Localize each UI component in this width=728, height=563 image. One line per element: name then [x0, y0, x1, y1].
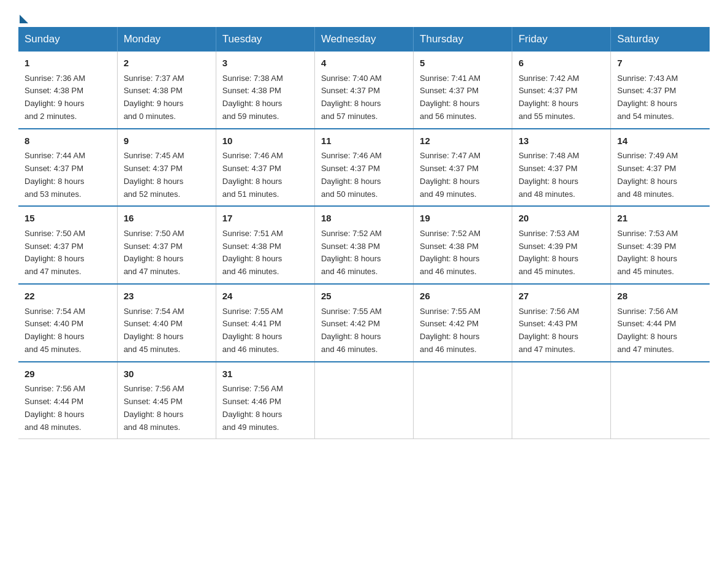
calendar-week-5: 29Sunrise: 7:56 AMSunset: 4:44 PMDayligh… — [18, 362, 710, 439]
day-number: 28 — [617, 289, 703, 304]
logo — [18, 12, 28, 21]
calendar-week-1: 1Sunrise: 7:36 AMSunset: 4:38 PMDaylight… — [18, 52, 710, 129]
calendar-day-cell: 2Sunrise: 7:37 AMSunset: 4:38 PMDaylight… — [117, 52, 216, 129]
day-number: 29 — [25, 367, 111, 381]
day-number: 8 — [25, 134, 111, 148]
day-number: 5 — [420, 56, 506, 71]
calendar-day-cell: 31Sunrise: 7:56 AMSunset: 4:46 PMDayligh… — [216, 362, 314, 439]
day-number: 11 — [321, 134, 407, 148]
weekday-header-thursday: Thursday — [414, 27, 512, 52]
day-info: Sunrise: 7:45 AMSunset: 4:37 PMDaylight:… — [124, 151, 184, 198]
day-info: Sunrise: 7:40 AMSunset: 4:37 PMDaylight:… — [321, 74, 382, 121]
calendar-day-cell: 18Sunrise: 7:52 AMSunset: 4:38 PMDayligh… — [314, 206, 413, 284]
calendar-day-cell: 10Sunrise: 7:46 AMSunset: 4:37 PMDayligh… — [216, 129, 314, 207]
calendar-day-cell: 8Sunrise: 7:44 AMSunset: 4:37 PMDaylight… — [18, 129, 117, 207]
day-info: Sunrise: 7:38 AMSunset: 4:38 PMDaylight:… — [222, 74, 283, 121]
calendar-day-cell: 25Sunrise: 7:55 AMSunset: 4:42 PMDayligh… — [314, 284, 413, 362]
day-info: Sunrise: 7:46 AMSunset: 4:37 PMDaylight:… — [222, 151, 283, 198]
day-number: 22 — [25, 289, 111, 304]
calendar-day-cell — [414, 362, 512, 439]
day-number: 14 — [617, 134, 703, 148]
weekday-header-sunday: Sunday — [18, 27, 117, 52]
day-info: Sunrise: 7:53 AMSunset: 4:39 PMDaylight:… — [518, 229, 579, 276]
day-info: Sunrise: 7:41 AMSunset: 4:37 PMDaylight:… — [420, 74, 480, 121]
calendar-day-cell — [314, 362, 413, 439]
day-info: Sunrise: 7:55 AMSunset: 4:42 PMDaylight:… — [420, 307, 480, 354]
day-info: Sunrise: 7:53 AMSunset: 4:39 PMDaylight:… — [617, 229, 678, 276]
day-number: 6 — [518, 56, 604, 71]
calendar-day-cell: 15Sunrise: 7:50 AMSunset: 4:37 PMDayligh… — [18, 206, 117, 284]
day-info: Sunrise: 7:56 AMSunset: 4:46 PMDaylight:… — [222, 384, 283, 431]
calendar-day-cell: 24Sunrise: 7:55 AMSunset: 4:41 PMDayligh… — [216, 284, 314, 362]
day-info: Sunrise: 7:50 AMSunset: 4:37 PMDaylight:… — [25, 229, 85, 276]
calendar-week-3: 15Sunrise: 7:50 AMSunset: 4:37 PMDayligh… — [18, 206, 710, 284]
day-number: 10 — [222, 134, 308, 148]
weekday-header-wednesday: Wednesday — [314, 27, 413, 52]
calendar-day-cell: 26Sunrise: 7:55 AMSunset: 4:42 PMDayligh… — [414, 284, 512, 362]
day-number: 27 — [518, 289, 604, 304]
day-info: Sunrise: 7:52 AMSunset: 4:38 PMDaylight:… — [420, 229, 480, 276]
calendar-day-cell: 21Sunrise: 7:53 AMSunset: 4:39 PMDayligh… — [611, 206, 710, 284]
day-number: 24 — [222, 289, 308, 304]
weekday-header-saturday: Saturday — [611, 27, 710, 52]
calendar-day-cell: 19Sunrise: 7:52 AMSunset: 4:38 PMDayligh… — [414, 206, 512, 284]
day-number: 16 — [124, 212, 210, 226]
day-info: Sunrise: 7:56 AMSunset: 4:43 PMDaylight:… — [518, 307, 579, 354]
calendar-header: SundayMondayTuesdayWednesdayThursdayFrid… — [18, 27, 710, 52]
day-number: 15 — [25, 212, 111, 226]
day-number: 25 — [321, 289, 407, 304]
day-info: Sunrise: 7:54 AMSunset: 4:40 PMDaylight:… — [124, 307, 184, 354]
day-number: 26 — [420, 289, 506, 304]
day-info: Sunrise: 7:43 AMSunset: 4:37 PMDaylight:… — [617, 74, 678, 121]
day-number: 4 — [321, 56, 407, 71]
calendar-day-cell — [611, 362, 710, 439]
day-number: 1 — [25, 56, 111, 71]
calendar-day-cell: 12Sunrise: 7:47 AMSunset: 4:37 PMDayligh… — [414, 129, 512, 207]
day-info: Sunrise: 7:37 AMSunset: 4:38 PMDaylight:… — [124, 74, 184, 121]
weekday-header-friday: Friday — [512, 27, 611, 52]
day-number: 21 — [617, 212, 703, 226]
calendar-day-cell: 6Sunrise: 7:42 AMSunset: 4:37 PMDaylight… — [512, 52, 611, 129]
day-info: Sunrise: 7:42 AMSunset: 4:37 PMDaylight:… — [518, 74, 579, 121]
calendar-day-cell: 7Sunrise: 7:43 AMSunset: 4:37 PMDaylight… — [611, 52, 710, 129]
calendar-day-cell: 5Sunrise: 7:41 AMSunset: 4:37 PMDaylight… — [414, 52, 512, 129]
day-number: 12 — [420, 134, 506, 148]
day-number: 23 — [124, 289, 210, 304]
calendar-day-cell: 27Sunrise: 7:56 AMSunset: 4:43 PMDayligh… — [512, 284, 611, 362]
calendar-day-cell: 20Sunrise: 7:53 AMSunset: 4:39 PMDayligh… — [512, 206, 611, 284]
day-number: 3 — [222, 56, 308, 71]
calendar-day-cell: 4Sunrise: 7:40 AMSunset: 4:37 PMDaylight… — [314, 52, 413, 129]
day-number: 31 — [222, 367, 308, 381]
calendar-day-cell: 13Sunrise: 7:48 AMSunset: 4:37 PMDayligh… — [512, 129, 611, 207]
calendar-day-cell: 28Sunrise: 7:56 AMSunset: 4:44 PMDayligh… — [611, 284, 710, 362]
day-number: 17 — [222, 212, 308, 226]
day-info: Sunrise: 7:51 AMSunset: 4:38 PMDaylight:… — [222, 229, 283, 276]
day-info: Sunrise: 7:54 AMSunset: 4:40 PMDaylight:… — [25, 307, 85, 354]
weekday-header-monday: Monday — [117, 27, 216, 52]
day-info: Sunrise: 7:49 AMSunset: 4:37 PMDaylight:… — [617, 151, 678, 198]
day-number: 7 — [617, 56, 703, 71]
day-number: 30 — [124, 367, 210, 381]
calendar-day-cell: 1Sunrise: 7:36 AMSunset: 4:38 PMDaylight… — [18, 52, 117, 129]
day-info: Sunrise: 7:36 AMSunset: 4:38 PMDaylight:… — [25, 74, 85, 121]
day-info: Sunrise: 7:55 AMSunset: 4:41 PMDaylight:… — [222, 307, 283, 354]
calendar-day-cell: 16Sunrise: 7:50 AMSunset: 4:37 PMDayligh… — [117, 206, 216, 284]
page-header — [18, 12, 710, 21]
calendar-day-cell: 17Sunrise: 7:51 AMSunset: 4:38 PMDayligh… — [216, 206, 314, 284]
calendar-day-cell: 9Sunrise: 7:45 AMSunset: 4:37 PMDaylight… — [117, 129, 216, 207]
day-info: Sunrise: 7:48 AMSunset: 4:37 PMDaylight:… — [518, 151, 579, 198]
calendar-week-2: 8Sunrise: 7:44 AMSunset: 4:37 PMDaylight… — [18, 129, 710, 207]
weekday-header-tuesday: Tuesday — [216, 27, 314, 52]
calendar-day-cell: 14Sunrise: 7:49 AMSunset: 4:37 PMDayligh… — [611, 129, 710, 207]
calendar-day-cell — [512, 362, 611, 439]
day-info: Sunrise: 7:50 AMSunset: 4:37 PMDaylight:… — [124, 229, 184, 276]
day-info: Sunrise: 7:52 AMSunset: 4:38 PMDaylight:… — [321, 229, 382, 276]
day-info: Sunrise: 7:47 AMSunset: 4:37 PMDaylight:… — [420, 151, 480, 198]
calendar-day-cell: 11Sunrise: 7:46 AMSunset: 4:37 PMDayligh… — [314, 129, 413, 207]
day-number: 20 — [518, 212, 604, 226]
day-number: 19 — [420, 212, 506, 226]
day-number: 13 — [518, 134, 604, 148]
logo-arrow-icon — [20, 15, 28, 23]
day-info: Sunrise: 7:46 AMSunset: 4:37 PMDaylight:… — [321, 151, 382, 198]
calendar-week-4: 22Sunrise: 7:54 AMSunset: 4:40 PMDayligh… — [18, 284, 710, 362]
